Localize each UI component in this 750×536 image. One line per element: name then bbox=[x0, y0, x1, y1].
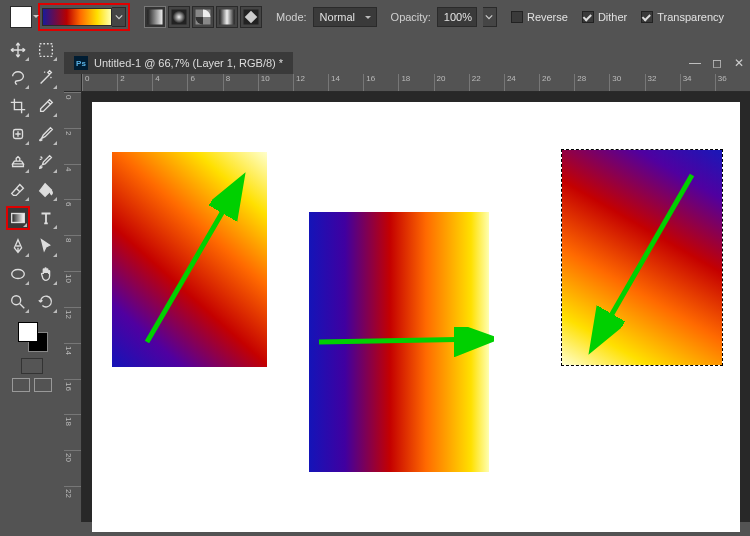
tool-magic-wand[interactable] bbox=[34, 66, 58, 90]
svg-rect-6 bbox=[40, 44, 53, 57]
document-title: Untitled-1 @ 66,7% (Layer 1, RGB/8) * bbox=[94, 57, 283, 69]
ruler-origin[interactable] bbox=[64, 74, 82, 92]
ruler-tick: 22 bbox=[469, 74, 504, 91]
tool-rotate-view[interactable] bbox=[34, 290, 58, 314]
tool-brush[interactable] bbox=[34, 122, 58, 146]
ruler-tick: 12 bbox=[64, 307, 81, 343]
gradient-example-horizontal bbox=[309, 212, 489, 472]
transparency-checkbox[interactable]: Transparency bbox=[641, 11, 724, 23]
gradient-type-angle[interactable] bbox=[192, 6, 214, 28]
foreground-background-color[interactable] bbox=[18, 322, 48, 352]
ruler-tick: 12 bbox=[293, 74, 328, 91]
ruler-vertical[interactable]: 0246810121416182022 bbox=[64, 92, 82, 522]
tool-move[interactable] bbox=[6, 38, 30, 62]
mode-select[interactable]: Normal bbox=[313, 7, 377, 27]
ruler-tick: 8 bbox=[223, 74, 258, 91]
opacity-value: 100% bbox=[444, 11, 472, 23]
tool-pen[interactable] bbox=[6, 234, 30, 258]
tool-ellipse[interactable] bbox=[6, 262, 30, 286]
svg-point-2 bbox=[173, 11, 186, 24]
gradient-preview[interactable] bbox=[42, 8, 112, 26]
mode-value: Normal bbox=[320, 11, 355, 23]
ruler-tick: 22 bbox=[64, 486, 81, 522]
ruler-tick: 10 bbox=[64, 271, 81, 307]
window-maximize-button[interactable]: ◻ bbox=[706, 54, 728, 72]
tool-zoom[interactable] bbox=[6, 290, 30, 314]
opacity-label: Opacity: bbox=[391, 11, 431, 23]
ruler-tick: 18 bbox=[64, 414, 81, 450]
screen-mode-maximized[interactable] bbox=[34, 378, 52, 392]
gradient-type-radial[interactable] bbox=[168, 6, 190, 28]
tool-healing-brush[interactable] bbox=[6, 122, 30, 146]
transparency-label: Transparency bbox=[657, 11, 724, 23]
ruler-tick: 30 bbox=[609, 74, 644, 91]
gradient-example-diagonal bbox=[112, 152, 267, 367]
ruler-tick: 6 bbox=[64, 199, 81, 235]
window-close-button[interactable]: ✕ bbox=[728, 54, 750, 72]
svg-point-9 bbox=[12, 270, 25, 279]
ruler-tick: 14 bbox=[64, 343, 81, 379]
ps-badge-icon: Ps bbox=[74, 56, 88, 70]
svg-line-13 bbox=[597, 175, 692, 340]
options-bar: Mode: Normal Opacity: 100% Reverse Dithe… bbox=[0, 0, 750, 34]
ruler-tick: 18 bbox=[398, 74, 433, 91]
canvas[interactable] bbox=[92, 102, 740, 532]
opacity-slider-dropdown[interactable] bbox=[483, 7, 497, 27]
tool-preset-picker[interactable] bbox=[10, 6, 32, 28]
svg-rect-0 bbox=[148, 10, 163, 25]
ruler-tick: 34 bbox=[680, 74, 715, 91]
ruler-tick: 32 bbox=[645, 74, 680, 91]
document-tab[interactable]: Ps Untitled-1 @ 66,7% (Layer 1, RGB/8) * bbox=[64, 52, 293, 74]
document-tabbar: Ps Untitled-1 @ 66,7% (Layer 1, RGB/8) *… bbox=[64, 52, 750, 74]
tool-eyedropper[interactable] bbox=[34, 94, 58, 118]
dither-label: Dither bbox=[598, 11, 627, 23]
document-window: Ps Untitled-1 @ 66,7% (Layer 1, RGB/8) *… bbox=[64, 52, 750, 522]
tool-type[interactable] bbox=[34, 206, 58, 230]
reverse-checkbox[interactable]: Reverse bbox=[511, 11, 568, 23]
window-minimize-button[interactable]: — bbox=[684, 54, 706, 72]
ruler-tick: 2 bbox=[64, 128, 81, 164]
tool-paint-bucket[interactable] bbox=[34, 178, 58, 202]
gradient-type-linear[interactable] bbox=[144, 6, 166, 28]
ruler-tick: 0 bbox=[82, 74, 117, 91]
ruler-tick: 14 bbox=[328, 74, 363, 91]
tool-crop[interactable] bbox=[6, 94, 30, 118]
ruler-tick: 26 bbox=[539, 74, 574, 91]
ruler-tick: 20 bbox=[64, 450, 81, 486]
ruler-horizontal[interactable]: 024681012141618202224262830323436 bbox=[82, 74, 750, 92]
ruler-tick: 4 bbox=[152, 74, 187, 91]
ruler-tick: 16 bbox=[64, 379, 81, 415]
svg-rect-8 bbox=[12, 214, 25, 223]
gradient-type-reflected[interactable] bbox=[216, 6, 238, 28]
ruler-tick: 16 bbox=[363, 74, 398, 91]
svg-rect-4 bbox=[220, 10, 235, 25]
opacity-input[interactable]: 100% bbox=[437, 7, 477, 27]
tool-history-brush[interactable] bbox=[34, 150, 58, 174]
gradient-picker-dropdown[interactable] bbox=[112, 7, 126, 27]
gradient-example-diagonal-selected bbox=[562, 150, 722, 365]
ruler-tick: 36 bbox=[715, 74, 750, 91]
dither-checkbox[interactable]: Dither bbox=[582, 11, 627, 23]
foreground-color[interactable] bbox=[18, 322, 38, 342]
tool-direct-select[interactable] bbox=[34, 234, 58, 258]
quick-mask-toggle[interactable] bbox=[21, 358, 43, 374]
tool-clone-stamp[interactable] bbox=[6, 150, 30, 174]
svg-line-11 bbox=[147, 187, 237, 342]
ruler-tick: 0 bbox=[64, 92, 81, 128]
ruler-tick: 6 bbox=[187, 74, 222, 91]
gradient-type-group bbox=[144, 6, 262, 28]
ruler-tick: 2 bbox=[117, 74, 152, 91]
tool-rect-marquee[interactable] bbox=[34, 38, 58, 62]
screen-mode-standard[interactable] bbox=[12, 378, 30, 392]
gradient-picker-highlight bbox=[38, 3, 130, 31]
ruler-tick: 8 bbox=[64, 235, 81, 271]
tool-hand[interactable] bbox=[34, 262, 58, 286]
tool-lasso[interactable] bbox=[6, 66, 30, 90]
tool-gradient[interactable] bbox=[6, 206, 30, 230]
gradient-type-diamond[interactable] bbox=[240, 6, 262, 28]
ruler-tick: 24 bbox=[504, 74, 539, 91]
mode-label: Mode: bbox=[276, 11, 307, 23]
svg-point-10 bbox=[12, 296, 21, 305]
ruler-tick: 10 bbox=[258, 74, 293, 91]
tool-eraser[interactable] bbox=[6, 178, 30, 202]
